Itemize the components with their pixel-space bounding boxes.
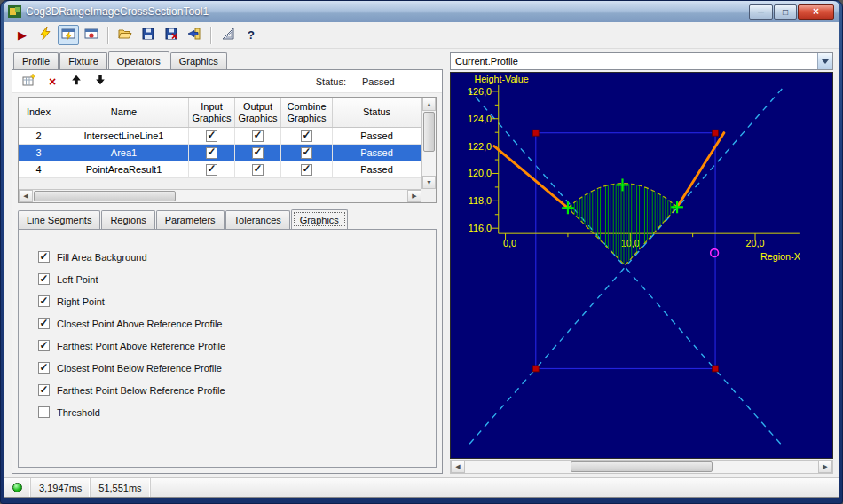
column-header-index[interactable]: Index xyxy=(19,98,59,127)
checkbox[interactable] xyxy=(38,251,50,263)
profile-line-left xyxy=(494,146,568,209)
y-tick-label: 122,0 xyxy=(468,141,492,152)
option-fill-area-background[interactable]: Fill Area Background xyxy=(38,246,429,268)
status-label: Status: xyxy=(316,76,346,87)
option-label: Right Point xyxy=(57,296,105,307)
profile-display[interactable]: Height-Value 126,0 124,0 122,0 120,0 118… xyxy=(450,72,833,459)
electric-run-button[interactable] xyxy=(35,25,56,45)
scrollbar-thumb[interactable] xyxy=(571,461,712,472)
input-graphics-checkbox[interactable] xyxy=(206,164,217,176)
tab-graphics-sub[interactable]: Graphics xyxy=(291,209,348,229)
import-button[interactable] xyxy=(184,25,205,45)
cell-status: Passed xyxy=(333,128,422,144)
delete-operator-button[interactable]: × xyxy=(43,73,61,91)
output-graphics-checkbox[interactable] xyxy=(252,130,264,142)
output-graphics-checkbox[interactable] xyxy=(252,164,264,176)
option-farthest-point-above[interactable]: Farthest Point Above Reference Profile xyxy=(38,335,429,357)
output-graphics-checkbox[interactable] xyxy=(252,147,264,159)
scrollbar-thumb[interactable] xyxy=(34,191,176,201)
tab-regions[interactable]: Regions xyxy=(101,210,154,229)
chevron-down-icon[interactable] xyxy=(817,53,832,69)
region-corner-handle[interactable] xyxy=(713,130,719,136)
save-button[interactable] xyxy=(138,25,159,45)
open-button[interactable] xyxy=(114,25,136,45)
x-tick-label: 0,0 xyxy=(503,238,516,248)
column-header-input-graphics[interactable]: Input Graphics xyxy=(189,98,235,127)
status-bar: 3,1947ms 51,551ms xyxy=(4,477,839,497)
table-row[interactable]: 3 Area1 Passed xyxy=(19,145,422,161)
tab-graphics[interactable]: Graphics xyxy=(170,52,227,69)
option-threshold[interactable]: Threshold xyxy=(38,401,429,423)
tab-fixture[interactable]: Fixture xyxy=(59,52,107,69)
move-up-button[interactable] xyxy=(67,73,85,91)
tab-line-segments[interactable]: Line Segments xyxy=(18,210,100,229)
grid-empty-area xyxy=(19,178,422,189)
result-window-icon xyxy=(84,27,98,44)
move-down-button[interactable] xyxy=(91,73,109,91)
region-corner-handle[interactable] xyxy=(532,366,539,372)
checkbox[interactable] xyxy=(38,340,50,351)
save-record-button[interactable] xyxy=(161,25,182,45)
option-right-point[interactable]: Right Point xyxy=(38,290,429,312)
maximize-button[interactable]: □ xyxy=(774,4,797,20)
scroll-right-icon[interactable]: ▶ xyxy=(818,461,832,473)
column-header-combine-graphics[interactable]: Combine Graphics xyxy=(281,98,333,127)
scroll-left-icon[interactable]: ◀ xyxy=(19,190,33,202)
combine-graphics-checkbox[interactable] xyxy=(301,130,312,142)
scroll-down-icon[interactable]: ▼ xyxy=(422,176,436,189)
tab-parameters[interactable]: Parameters xyxy=(156,210,225,229)
scroll-left-icon[interactable]: ◀ xyxy=(451,461,465,473)
run-button[interactable]: ▶ xyxy=(12,25,33,45)
close-button[interactable]: × xyxy=(798,4,834,20)
main-toolbar: ▶ xyxy=(4,22,839,49)
column-header-status[interactable]: Status xyxy=(333,98,422,127)
profile-selector[interactable]: Current.Profile xyxy=(450,52,833,70)
arrow-up-icon xyxy=(70,74,83,90)
option-label: Fill Area Background xyxy=(57,252,147,263)
checkbox[interactable] xyxy=(38,273,50,285)
result-display-button[interactable] xyxy=(81,25,102,45)
table-row[interactable]: 2 IntersectLineLine1 Passed xyxy=(19,128,422,145)
add-operator-button[interactable] xyxy=(20,73,37,91)
tab-operators[interactable]: Operators xyxy=(108,51,169,69)
checkbox[interactable] xyxy=(38,406,50,418)
scroll-right-icon[interactable]: ▶ xyxy=(407,190,422,202)
operator-grid: Index Name Input Graphics Output Graphic… xyxy=(18,97,437,203)
set-square-icon xyxy=(221,27,235,44)
scroll-up-icon[interactable]: ▲ xyxy=(422,98,436,111)
import-icon xyxy=(187,27,201,44)
option-closest-point-above[interactable]: Closest Point Above Reference Profile xyxy=(38,312,429,335)
grid-vertical-scrollbar[interactable]: ▲ ▼ xyxy=(422,98,436,189)
input-graphics-checkbox[interactable] xyxy=(206,147,217,159)
option-closest-point-below[interactable]: Closest Point Below Reference Profile xyxy=(38,357,429,379)
region-corner-handle[interactable] xyxy=(532,130,539,136)
tool-display-toggle[interactable] xyxy=(58,25,79,45)
scrollbar-thumb[interactable] xyxy=(423,112,435,152)
y-tick-label: 116,0 xyxy=(469,223,492,233)
grid-horizontal-scrollbar[interactable]: ◀ ▶ xyxy=(19,189,422,202)
checkbox[interactable] xyxy=(38,384,50,396)
toolbar-separator xyxy=(107,27,109,44)
option-farthest-point-below[interactable]: Farthest Point Below Reference Profile xyxy=(38,379,429,401)
combine-graphics-checkbox[interactable] xyxy=(301,147,312,159)
tab-tolerances[interactable]: Tolerances xyxy=(225,210,290,229)
titlebar[interactable]: Cog3DRangeImageCrossSectionTool1 ─ □ × xyxy=(4,1,839,22)
minimize-button[interactable]: ─ xyxy=(749,4,773,20)
combine-graphics-checkbox[interactable] xyxy=(301,164,312,176)
option-label: Left Point xyxy=(57,274,98,285)
column-header-name[interactable]: Name xyxy=(59,98,189,127)
checkbox[interactable] xyxy=(38,318,50,329)
plot-horizontal-scrollbar[interactable]: ◀ ▶ xyxy=(450,460,833,474)
input-graphics-checkbox[interactable] xyxy=(206,130,217,142)
open-folder-icon xyxy=(118,27,132,44)
table-row[interactable]: 4 PointAreaResult1 Passed xyxy=(19,161,422,178)
checkbox[interactable] xyxy=(38,362,50,374)
region-corner-handle[interactable] xyxy=(713,366,719,372)
measure-button[interactable] xyxy=(217,25,239,45)
column-header-output-graphics[interactable]: Output Graphics xyxy=(235,98,281,127)
tab-profile[interactable]: Profile xyxy=(13,52,59,69)
app-icon xyxy=(8,5,21,18)
checkbox[interactable] xyxy=(38,295,50,307)
option-left-point[interactable]: Left Point xyxy=(38,268,429,290)
help-button[interactable]: ? xyxy=(240,25,262,45)
